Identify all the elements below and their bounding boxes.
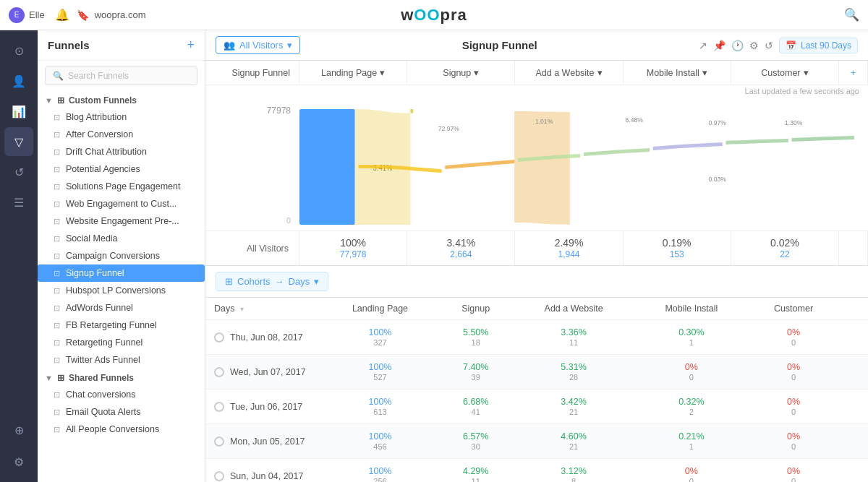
funnel-icon: ⊡ — [54, 269, 60, 278]
funnel-item-solutions-page[interactable]: ⊡ Solutions Page Engagement — [38, 178, 205, 195]
funnel-item-retargeting[interactable]: ⊡ Retargeting Funnel — [38, 334, 205, 351]
svg-text:6.48%: 6.48% — [626, 116, 644, 124]
mobile-cell: 0.32% 2 — [635, 390, 748, 424]
funnels-search[interactable]: 🔍 Search Funnels — [45, 66, 197, 85]
funnel-item-campaign[interactable]: ⊡ Campaign Conversions — [38, 247, 205, 264]
funnel-icon: ⊡ — [54, 113, 60, 122]
funnel-item-potential-agencies[interactable]: ⊡ Potential Agencies — [38, 160, 205, 178]
chart-top-number: 77978 — [267, 106, 291, 116]
sidebar-icon-integrations[interactable]: ⊕ — [4, 416, 33, 444]
funnel-icon: ⊡ — [54, 234, 60, 244]
pct-value: 100% — [330, 397, 430, 407]
funnel-label: FB Retargeting Funnel — [66, 320, 157, 330]
pct-value: 0.21% — [644, 431, 739, 442]
bookmark-icon[interactable]: 🔖 — [77, 9, 89, 21]
table-header-row: Days ▾ Landing Page Signup Add a Website… — [205, 298, 868, 320]
pct-value: 7.40% — [448, 362, 503, 372]
date-radio[interactable] — [214, 402, 224, 412]
count-value: 0 — [757, 442, 830, 451]
notifications-icon[interactable]: 🔔 — [55, 8, 69, 22]
clock-icon[interactable]: 🕐 — [731, 40, 744, 51]
col-header-add[interactable]: + — [839, 61, 868, 85]
date-value: Sun, Jun 04, 2017 — [230, 471, 303, 481]
funnel-item-blog-attribution[interactable]: ⊡ Blog Attribution — [38, 108, 205, 126]
pct-value: 3.36% — [521, 327, 626, 337]
search-icon[interactable]: 🔍 — [844, 7, 859, 22]
funnel-item-fb-retargeting[interactable]: ⊡ FB Retargeting Funnel — [38, 317, 205, 334]
add-website-cell: 4.60% 21 — [512, 424, 634, 459]
funnel-item-website-engagement[interactable]: ⊡ Website Engagement Pre-... — [38, 212, 205, 230]
cohorts-dropdown[interactable]: ⊞ Cohorts → Days ▾ — [216, 272, 328, 291]
col-header-add-website[interactable]: Add a Website ▾ — [515, 61, 623, 85]
col-header-mobile[interactable]: Mobile Install ▾ — [624, 61, 731, 85]
settings-icon[interactable]: ⚙ — [749, 40, 759, 51]
stat-pct: 100% — [308, 237, 398, 249]
funnel-item-twitter[interactable]: ⊡ Twitter Ads Funnel — [38, 351, 205, 369]
add-website-cell: 3.36% 11 — [512, 320, 634, 355]
search-placeholder: Search Funnels — [68, 71, 129, 81]
funnel-item-chat-conversions[interactable]: ⊡ Chat conversions — [38, 386, 205, 403]
shared-funnels-label: Shared Funnels — [69, 373, 134, 383]
site-url[interactable]: woopra.com — [95, 9, 146, 20]
visitor-filter-dropdown[interactable]: 👥 All Visitors ▾ — [216, 36, 300, 54]
stat-pct: 0.19% — [632, 237, 722, 249]
funnel-item-social-media[interactable]: ⊡ Social Media — [38, 230, 205, 247]
funnel-item-hubspot[interactable]: ⊡ Hubspot LP Conversions — [38, 282, 205, 299]
sidebar-icon-retention[interactable]: ↺ — [4, 158, 33, 186]
col-header-landing[interactable]: Landing Page ▾ — [299, 61, 407, 85]
extra-cell — [839, 320, 868, 355]
sidebar-icon-funnels[interactable]: ▽ — [4, 127, 33, 156]
funnel-columns-header: Signup Funnel Landing Page ▾ Signup ▾ Ad… — [205, 61, 868, 85]
pct-value: 0% — [757, 327, 830, 337]
mobile-cell: 0% 0 — [635, 459, 748, 483]
table-row: Sun, Jun 04, 2017 100% 256 4.29% 11 3 — [205, 459, 868, 483]
shared-funnels-grid-icon: ⊞ — [57, 373, 64, 383]
funnel-icon: ⊡ — [54, 251, 60, 261]
count-value: 28 — [521, 373, 626, 382]
date-radio[interactable] — [214, 367, 224, 377]
sidebar-icon-menu[interactable]: ☰ — [4, 188, 33, 217]
date-cell: Wed, Jun 07, 2017 — [205, 355, 321, 390]
funnel-item-after-conversion[interactable]: ⊡ After Conversion — [38, 126, 205, 143]
date-radio[interactable] — [214, 332, 224, 343]
col-header-signup[interactable]: Signup ▾ — [407, 61, 515, 85]
col-header-funnel: Signup Funnel — [205, 61, 299, 85]
count-value: 2 — [644, 408, 739, 416]
share-icon[interactable]: ↗ — [699, 40, 707, 51]
sidebar-icon-people[interactable]: 👤 — [4, 66, 33, 95]
chevron-down-icon: ▾ — [702, 67, 707, 78]
table-body: Thu, Jun 08, 2017 100% 327 5.50% 18 3 — [205, 320, 868, 483]
chevron-down-icon: ▾ — [380, 67, 385, 78]
date-radio[interactable] — [214, 471, 224, 481]
count-value: 8 — [521, 477, 626, 482]
custom-funnels-header[interactable]: ▼ ⊞ Custom Funnels — [38, 91, 205, 108]
sidebar-icon-analytics[interactable]: ⊙ — [4, 36, 33, 65]
col-days[interactable]: Days ▾ — [205, 298, 321, 320]
shared-funnels-header[interactable]: ▼ ⊞ Shared Funnels — [38, 369, 205, 386]
topbar: E Elle 🔔 🔖 woopra.com wOOpra 🔍 — [0, 0, 868, 30]
funnel-label: Web Engagement to Cust... — [66, 199, 176, 209]
col-landing: Landing Page — [321, 298, 439, 320]
pct-value: 0% — [644, 362, 739, 372]
funnel-item-adwords[interactable]: ⊡ AdWords Funnel — [38, 299, 205, 317]
funnel-item-email-quota[interactable]: ⊡ Email Quota Alerts — [38, 403, 205, 421]
sidebar-icon-reports[interactable]: 📊 — [4, 97, 33, 126]
sidebar-icon-settings[interactable]: ⚙ — [4, 447, 33, 476]
all-visitors-label: All Visitors — [247, 244, 289, 254]
pin-icon[interactable]: 📌 — [713, 40, 726, 51]
funnel-item-web-engagement[interactable]: ⊡ Web Engagement to Cust... — [38, 195, 205, 212]
extra-cell — [839, 390, 868, 424]
funnel-item-all-people[interactable]: ⊡ All People Conversions — [38, 421, 205, 438]
mobile-cell: 0.21% 1 — [635, 424, 748, 459]
funnel-item-drift-chat[interactable]: ⊡ Drift Chat Attribution — [38, 143, 205, 160]
refresh-icon[interactable]: ↺ — [765, 40, 773, 51]
table-row: Tue, Jun 06, 2017 100% 613 6.68% 41 3 — [205, 390, 868, 424]
funnel-item-signup-funnel[interactable]: ⊡ Signup Funnel — [38, 264, 205, 282]
date-radio[interactable] — [214, 436, 224, 447]
pct-value: 4.29% — [448, 466, 503, 476]
user-info[interactable]: E Elle — [9, 7, 45, 23]
add-funnel-button[interactable]: + — [187, 38, 195, 53]
custom-funnels-grid-icon: ⊞ — [57, 95, 64, 106]
date-range-button[interactable]: 📅 Last 90 Days — [779, 38, 858, 53]
col-header-customer[interactable]: Customer ▾ — [731, 61, 839, 85]
